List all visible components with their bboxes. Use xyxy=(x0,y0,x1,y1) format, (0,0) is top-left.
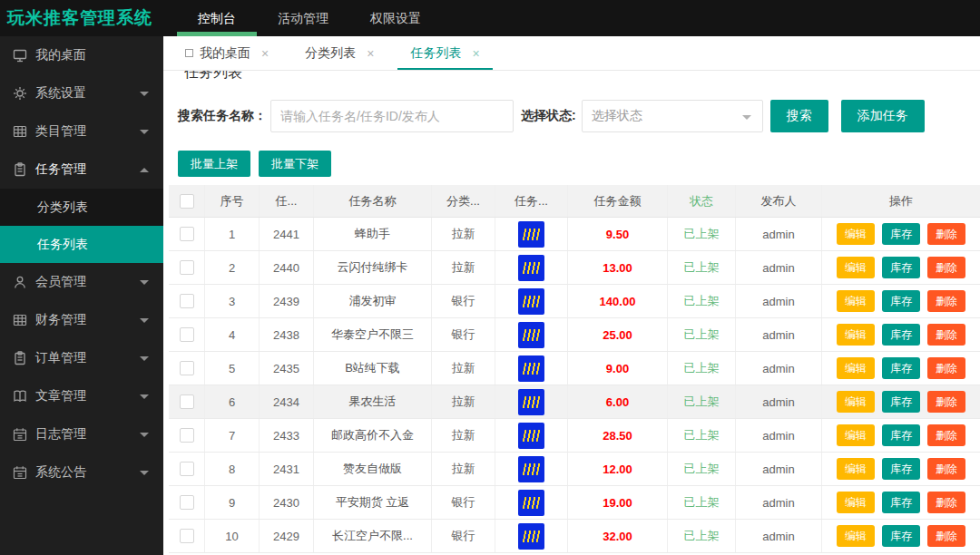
delete-button[interactable]: 删除 xyxy=(927,290,965,312)
row-checkbox[interactable] xyxy=(180,394,194,409)
edit-button[interactable]: 编辑 xyxy=(837,290,875,312)
delete-button[interactable]: 删除 xyxy=(927,324,965,346)
delete-button[interactable]: 删除 xyxy=(927,458,965,480)
close-icon[interactable]: × xyxy=(472,46,479,61)
sidebar-item-finance[interactable]: 财务管理 xyxy=(0,301,163,339)
task-thumbnail-image[interactable] xyxy=(518,355,544,382)
delete-button[interactable]: 删除 xyxy=(927,525,965,547)
row-category: 银行 xyxy=(432,318,495,351)
row-checkbox[interactable] xyxy=(180,227,194,241)
row-task-id: 2439 xyxy=(260,285,314,317)
status-select-value: 选择状态 xyxy=(592,108,642,124)
row-checkbox[interactable] xyxy=(180,327,194,342)
sidebar-item-task[interactable]: 任务管理 xyxy=(0,151,163,189)
sidebar-subitem-category-list[interactable]: 分类列表 xyxy=(0,189,163,226)
select-all-checkbox[interactable] xyxy=(180,194,194,209)
task-thumbnail-image[interactable] xyxy=(518,221,544,248)
row-checkbox[interactable] xyxy=(180,495,194,510)
stock-button[interactable]: 库存 xyxy=(882,492,920,513)
row-category: 拉新 xyxy=(432,385,495,418)
stock-button[interactable]: 库存 xyxy=(882,525,920,547)
app-logo: 玩米推客管理系统 xyxy=(7,0,152,36)
row-checkbox[interactable] xyxy=(180,361,194,375)
row-task-name: 长江空户不限... xyxy=(314,520,432,552)
task-thumbnail-image[interactable] xyxy=(518,490,544,516)
batch-on-button[interactable]: 批量上架 xyxy=(178,151,250,177)
delete-button[interactable]: 删除 xyxy=(927,257,965,278)
edit-button[interactable]: 编辑 xyxy=(837,492,875,513)
stock-button[interactable]: 库存 xyxy=(882,223,920,245)
topnav-item-activity[interactable]: 活动管理 xyxy=(257,0,349,36)
sidebar-subitem-task-list[interactable]: 任务列表 xyxy=(0,226,163,263)
tab-task-list[interactable]: 任务列表 × xyxy=(397,36,492,70)
edit-button[interactable]: 编辑 xyxy=(837,424,875,446)
task-thumbnail-image[interactable] xyxy=(518,389,544,415)
header-status: 状态 xyxy=(668,185,736,217)
sidebar-item-member[interactable]: 会员管理 xyxy=(0,263,163,301)
edit-button[interactable]: 编辑 xyxy=(837,525,875,547)
status-select[interactable]: 选择状态 xyxy=(582,100,763,132)
batch-off-button[interactable]: 批量下架 xyxy=(259,151,331,177)
table-row: 8 2431 赞友自做版 拉新 12.00 已上架 admin 编辑 库存 删除 xyxy=(169,453,980,486)
stock-button[interactable]: 库存 xyxy=(882,424,920,446)
row-checkbox[interactable] xyxy=(180,529,194,543)
row-amount: 9.00 xyxy=(568,352,668,385)
row-index: 3 xyxy=(205,285,260,317)
tab-my-desktop[interactable]: 我的桌面 × xyxy=(172,36,281,70)
gear-icon xyxy=(13,86,27,101)
delete-button[interactable]: 删除 xyxy=(927,223,965,245)
sidebar-item-article[interactable]: 文章管理 xyxy=(0,377,163,415)
task-thumbnail-image[interactable] xyxy=(518,288,544,315)
topnav-item-permission[interactable]: 权限设置 xyxy=(349,0,442,36)
delete-button[interactable]: 删除 xyxy=(927,492,965,513)
row-checkbox[interactable] xyxy=(180,260,194,275)
stock-button[interactable]: 库存 xyxy=(882,324,920,346)
edit-button[interactable]: 编辑 xyxy=(837,324,875,346)
search-input[interactable] xyxy=(270,100,514,132)
row-task-name: 果农生活 xyxy=(314,385,432,418)
stock-button[interactable]: 库存 xyxy=(882,257,920,278)
header-publisher: 发布人 xyxy=(736,185,822,217)
edit-button[interactable]: 编辑 xyxy=(837,458,875,480)
edit-button[interactable]: 编辑 xyxy=(837,357,875,379)
row-task-id: 2434 xyxy=(260,385,314,418)
row-checkbox[interactable] xyxy=(180,428,194,443)
stock-button[interactable]: 库存 xyxy=(882,357,920,379)
close-icon[interactable]: × xyxy=(261,46,269,61)
delete-button[interactable]: 删除 xyxy=(927,391,965,413)
topnav-item-console[interactable]: 控制台 xyxy=(177,0,257,36)
stock-button[interactable]: 库存 xyxy=(882,391,920,413)
table-row: 10 2429 长江空户不限... 银行 32.00 已上架 admin 编辑 … xyxy=(169,520,980,553)
sidebar-item-order[interactable]: 订单管理 xyxy=(0,339,163,377)
search-button[interactable]: 搜索 xyxy=(770,100,828,132)
stock-button[interactable]: 库存 xyxy=(882,458,920,480)
task-thumbnail-image[interactable] xyxy=(518,255,544,281)
tab-category-list[interactable]: 分类列表 × xyxy=(292,36,387,70)
row-checkbox[interactable] xyxy=(180,462,194,476)
sidebar-item-announcement[interactable]: 系统公告 xyxy=(0,453,163,492)
stock-button[interactable]: 库存 xyxy=(882,290,920,312)
task-thumbnail-image[interactable] xyxy=(518,423,544,449)
sidebar-item-category[interactable]: 类目管理 xyxy=(0,112,163,151)
row-task-name: B站纯下载 xyxy=(314,352,432,385)
row-index: 2 xyxy=(205,251,260,284)
top-bar: 玩米推客管理系统 控制台 活动管理 权限设置 xyxy=(0,0,980,36)
task-thumbnail-image[interactable] xyxy=(518,322,544,348)
row-status-badge: 已上架 xyxy=(668,486,736,519)
edit-button[interactable]: 编辑 xyxy=(837,391,875,413)
task-thumbnail-image[interactable] xyxy=(518,523,544,550)
sidebar-item-system-settings[interactable]: 系统设置 xyxy=(0,74,163,112)
sidebar-item-log[interactable]: 日志管理 xyxy=(0,415,163,453)
row-checkbox[interactable] xyxy=(180,294,194,308)
close-icon[interactable]: × xyxy=(367,46,374,61)
desktop-tab-icon xyxy=(185,49,193,57)
delete-button[interactable]: 删除 xyxy=(927,424,965,446)
sidebar-item-desktop[interactable]: 我的桌面 xyxy=(0,36,163,74)
task-thumbnail-image[interactable] xyxy=(518,456,544,482)
edit-button[interactable]: 编辑 xyxy=(837,257,875,278)
delete-button[interactable]: 删除 xyxy=(927,357,965,379)
edit-button[interactable]: 编辑 xyxy=(837,223,875,245)
header-index: 序号 xyxy=(205,185,260,217)
chevron-down-icon xyxy=(140,356,149,361)
add-task-button[interactable]: 添加任务 xyxy=(841,100,925,132)
